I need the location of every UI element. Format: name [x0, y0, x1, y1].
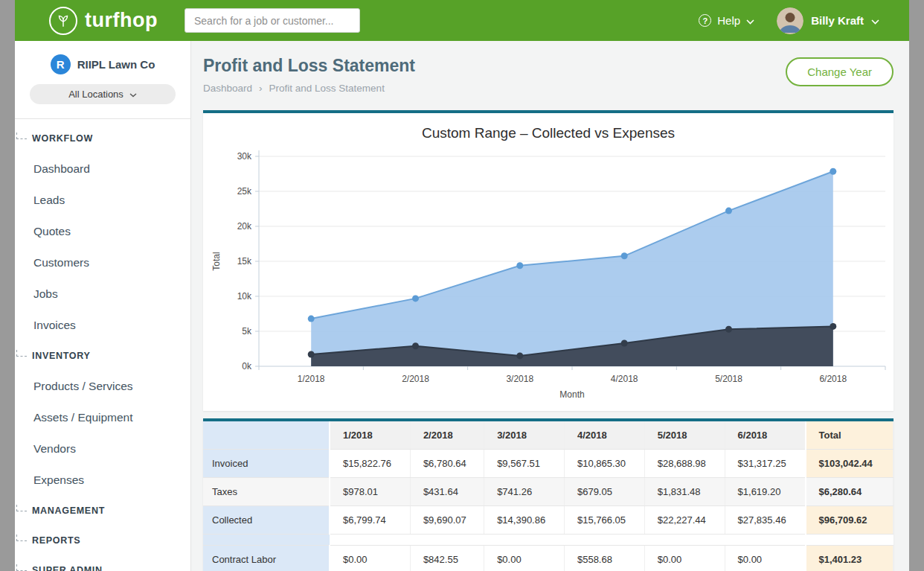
help-menu[interactable]: ? Help: [699, 14, 754, 27]
svg-text:5/2018: 5/2018: [715, 374, 742, 384]
company-logo-icon: R: [51, 54, 71, 74]
sidebar-item-assets-equipment[interactable]: Assets / Equipment: [15, 402, 190, 433]
nav-section-workflow[interactable]: WORKFLOW: [15, 124, 190, 153]
sidebar: R RIIPL Lawn Co All Locations WORKFLOW D…: [15, 41, 191, 571]
table-header-month: 6/2018: [725, 421, 805, 450]
sidebar-nav: WORKFLOW Dashboard Leads Quotes Customer…: [15, 119, 190, 571]
table-header-month: 1/2018: [330, 421, 410, 450]
profit-loss-chart: 0k5k10k15k20k25k30k1/20182/20183/20184/2…: [203, 143, 893, 408]
svg-text:3/2018: 3/2018: [506, 374, 533, 384]
top-bar: turfhop ? Help Billy Kraft: [15, 0, 909, 41]
change-year-button[interactable]: Change Year: [786, 57, 893, 86]
svg-text:4/2018: 4/2018: [611, 374, 638, 384]
sidebar-item-products-services[interactable]: Products / Services: [15, 371, 190, 402]
table-row-collected: Collected $6,799.74 $9,690.07 $14,390.86…: [203, 506, 893, 535]
app-frame: turfhop ? Help Billy Kraft: [15, 0, 909, 571]
user-chevron-icon: [871, 14, 879, 27]
table-header-row: 1/2018 2/2018 3/2018 4/2018 5/2018 6/201…: [203, 421, 893, 450]
table-header-blank: [203, 421, 330, 450]
tree-branch-icon: [16, 535, 27, 541]
main-content: Profit and Loss Statement Dashboard › Pr…: [191, 41, 909, 571]
brand-wordmark: turfhop: [85, 9, 158, 32]
sidebar-item-expenses[interactable]: Expenses: [15, 465, 190, 496]
svg-text:20k: 20k: [237, 221, 252, 232]
sidebar-item-leads[interactable]: Leads: [15, 185, 190, 216]
sidebar-item-invoices[interactable]: Invoices: [15, 310, 190, 341]
pl-table: 1/2018 2/2018 3/2018 4/2018 5/2018 6/201…: [203, 421, 893, 571]
sidebar-item-jobs[interactable]: Jobs: [15, 278, 190, 310]
pl-chart-card: Custom Range – Collected vs Expenses 0k5…: [203, 110, 893, 411]
sidebar-item-dashboard[interactable]: Dashboard: [15, 153, 190, 185]
table-header-month: 4/2018: [564, 421, 644, 450]
tree-branch-icon: [16, 350, 27, 357]
table-header-month: 5/2018: [644, 421, 725, 450]
content-shell: R RIIPL Lawn Co All Locations WORKFLOW D…: [15, 41, 909, 571]
breadcrumb-separator-icon: ›: [259, 83, 263, 94]
svg-text:2/2018: 2/2018: [402, 374, 429, 384]
svg-text:15k: 15k: [237, 256, 252, 267]
tree-branch-icon: [16, 133, 27, 139]
location-label: All Locations: [68, 89, 123, 100]
svg-text:25k: 25k: [237, 186, 252, 197]
page-header: Profit and Loss Statement Dashboard › Pr…: [203, 41, 893, 94]
user-menu[interactable]: Billy Kraft: [777, 7, 879, 34]
table-row-invoiced: Invoiced $15,822.76 $6,780.64 $9,567.51 …: [203, 450, 893, 478]
company-name: RIIPL Lawn Co: [77, 58, 155, 71]
breadcrumb-current: Profit and Loss Statement: [269, 83, 385, 94]
user-name: Billy Kraft: [811, 14, 864, 27]
help-icon: ?: [699, 14, 711, 27]
help-label: Help: [717, 14, 740, 27]
help-chevron-icon: [746, 14, 754, 27]
breadcrumb-dashboard[interactable]: Dashboard: [203, 83, 252, 94]
tree-branch-icon: [16, 564, 27, 571]
svg-text:10k: 10k: [237, 291, 252, 302]
turfhop-logo[interactable]: turfhop: [49, 7, 158, 35]
table-row-contract-labor: Contract Labor $0.00 $842.55 $0.00 $558.…: [203, 546, 893, 571]
nav-section-super-admin[interactable]: SUPER ADMIN: [15, 555, 190, 571]
nav-section-inventory[interactable]: INVENTORY: [15, 341, 190, 371]
pl-table-card: 1/2018 2/2018 3/2018 4/2018 5/2018 6/201…: [203, 418, 893, 571]
breadcrumb: Dashboard › Profit and Loss Statement: [203, 83, 415, 94]
table-section-separator: [203, 535, 893, 546]
turfhop-logo-icon: [49, 7, 77, 35]
svg-text:5k: 5k: [242, 326, 252, 336]
location-selector[interactable]: All Locations: [30, 84, 176, 104]
page-title: Profit and Loss Statement: [203, 56, 415, 76]
table-header-month: 2/2018: [410, 421, 484, 450]
sidebar-item-customers[interactable]: Customers: [15, 247, 190, 278]
svg-text:6/2018: 6/2018: [819, 374, 847, 384]
svg-text:1/2018: 1/2018: [298, 374, 325, 384]
location-chevron-icon: [129, 89, 137, 100]
chart-title: Custom Range – Collected vs Expenses: [203, 125, 893, 141]
svg-text:Total: Total: [211, 252, 222, 270]
svg-text:Month: Month: [559, 389, 584, 400]
tree-branch-icon: [16, 505, 27, 511]
search-input[interactable]: [185, 8, 360, 33]
user-avatar: [777, 7, 803, 34]
sidebar-item-vendors[interactable]: Vendors: [15, 433, 190, 465]
nav-section-management[interactable]: MANAGEMENT: [15, 496, 190, 526]
table-header-total: Total: [806, 421, 893, 450]
sidebar-item-quotes[interactable]: Quotes: [15, 216, 190, 247]
company-header: R RIIPL Lawn Co All Locations: [15, 41, 190, 119]
nav-section-reports[interactable]: REPORTS: [15, 526, 190, 555]
svg-text:30k: 30k: [237, 151, 252, 162]
svg-text:0k: 0k: [242, 361, 252, 371]
topbar-right: ? Help Billy Kraft: [699, 7, 879, 34]
table-row-taxes: Taxes $978.01 $431.64 $741.26 $679.05 $1…: [203, 478, 893, 506]
global-search: [185, 8, 360, 33]
table-header-month: 3/2018: [484, 421, 565, 450]
